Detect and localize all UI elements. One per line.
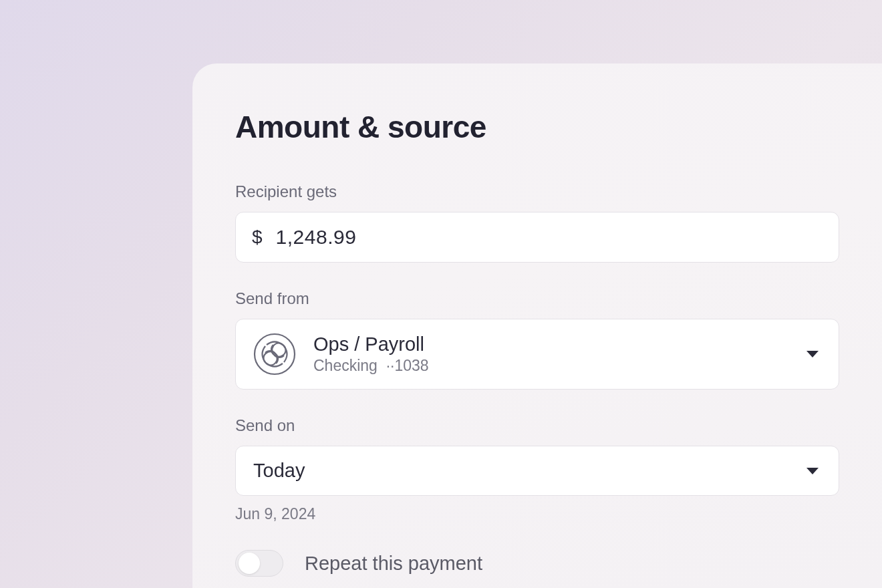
send-on-resolved-date: Jun 9, 2024: [235, 505, 839, 523]
send-on-value: Today: [253, 460, 806, 482]
toggle-knob: [239, 553, 260, 574]
repeat-toggle-label: Repeat this payment: [305, 553, 482, 575]
repeat-toggle-row: Repeat this payment: [235, 550, 839, 577]
send-on-label: Send on: [235, 416, 839, 435]
amount-field-group: Recipient gets $: [235, 182, 839, 263]
amount-source-panel: Amount & source Recipient gets $ Send fr…: [192, 63, 882, 588]
amount-input[interactable]: [276, 226, 823, 249]
source-label: Send from: [235, 289, 839, 308]
send-on-select[interactable]: Today: [235, 446, 839, 496]
source-account-select[interactable]: Ops / Payroll Checking ··1038: [235, 319, 839, 390]
source-field-group: Send from Ops / Payroll Checking ··1038: [235, 289, 839, 390]
account-info: Ops / Payroll Checking ··1038: [313, 333, 789, 375]
amount-input-container[interactable]: $: [235, 212, 839, 263]
svg-point-0: [255, 334, 295, 374]
account-subtitle: Checking ··1038: [313, 357, 789, 375]
chevron-down-icon: [806, 351, 819, 357]
amount-label: Recipient gets: [235, 182, 839, 201]
send-on-field-group: Send on Today Jun 9, 2024: [235, 416, 839, 523]
page-title: Amount & source: [235, 109, 839, 145]
repeat-toggle[interactable]: [235, 550, 283, 577]
chevron-down-icon: [806, 468, 819, 474]
account-name: Ops / Payroll: [313, 333, 789, 355]
account-knot-icon: [253, 333, 296, 376]
currency-prefix: $: [252, 227, 263, 248]
